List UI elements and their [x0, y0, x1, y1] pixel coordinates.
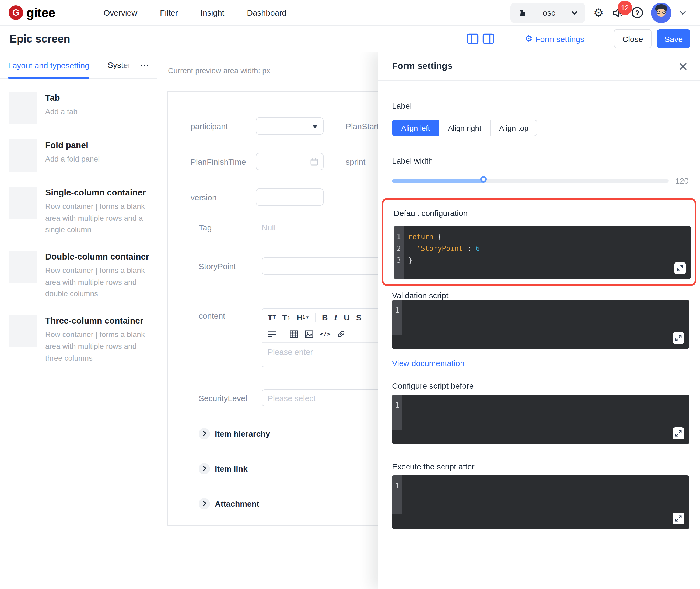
- chevron-down-icon: [571, 10, 578, 15]
- editor-code: [402, 475, 411, 529]
- editor-toolbar-row: TT T↕ H1▾ B I U S: [262, 309, 389, 326]
- label-width-row: 120: [392, 176, 689, 185]
- brand-name: gitee: [26, 5, 55, 20]
- expand-icon[interactable]: [673, 427, 684, 439]
- sidebar-tabs: Layout and typesetting System ⋯: [0, 52, 157, 78]
- panel-body: Label Align left Align right Align top L…: [378, 101, 700, 545]
- component-thumbnail: [9, 140, 37, 172]
- table-icon[interactable]: [290, 330, 298, 338]
- expand-icon[interactable]: [673, 332, 684, 344]
- building-icon: [518, 8, 527, 17]
- panel-header: Form settings: [378, 52, 700, 81]
- nav-item-insight[interactable]: Insight: [201, 8, 224, 17]
- editor-gutter: 1: [392, 395, 402, 430]
- form-settings-panel: Form settings Label Align left Align rig…: [378, 52, 700, 589]
- code-icon[interactable]: </>: [320, 331, 331, 337]
- page-title: Epic screen: [10, 33, 70, 45]
- save-button[interactable]: Save: [657, 29, 690, 48]
- component-item-single-column[interactable]: Single-column containerRow container | f…: [9, 187, 151, 236]
- top-navbar: G gitee Overview Filter Insight Dashboar…: [0, 0, 700, 26]
- announcements-button[interactable]: 12: [612, 7, 624, 19]
- select-caret-icon: [312, 125, 318, 128]
- gitee-logo[interactable]: G gitee: [9, 5, 55, 20]
- italic-icon[interactable]: I: [334, 313, 337, 322]
- default-configuration-editor[interactable]: 123return { 'StoryPoint': 6}: [394, 226, 691, 279]
- workspace: Layout and typesetting System ⋯ TabAdd a…: [0, 52, 700, 589]
- planfinishtime-date-input[interactable]: [256, 153, 324, 170]
- link-icon[interactable]: [337, 330, 345, 338]
- editor-code: return { 'StoryPoint': 6}: [404, 226, 480, 279]
- heading-icon[interactable]: H1▾: [297, 313, 309, 322]
- nav-item-overview[interactable]: Overview: [104, 8, 137, 17]
- label-width-slider[interactable]: [392, 179, 669, 182]
- label-width-value: 120: [675, 176, 689, 185]
- expand-icon[interactable]: [673, 513, 684, 525]
- calendar-icon: [310, 158, 318, 166]
- layout-toggles: [467, 33, 494, 45]
- field-label-securitylevel: SecurityLevel: [199, 393, 262, 402]
- highlighted-default-configuration: Default configuration 123return { 'Story…: [382, 198, 696, 286]
- org-selector[interactable]: osc: [510, 2, 585, 23]
- validation-script-heading: Validation script: [392, 291, 689, 300]
- form-settings-link[interactable]: ⚙ Form settings: [525, 34, 584, 43]
- image-icon[interactable]: [305, 330, 313, 338]
- slider-handle[interactable]: [480, 176, 487, 182]
- tab-system[interactable]: System: [108, 60, 134, 70]
- align-left-button[interactable]: Align left: [392, 120, 439, 136]
- close-icon[interactable]: [679, 62, 687, 70]
- panel-right-layout-icon[interactable]: [483, 33, 494, 45]
- expand-icon[interactable]: [674, 262, 686, 274]
- field-label-version: version: [191, 192, 256, 202]
- panel-left-layout-icon[interactable]: [467, 33, 479, 45]
- app-root: G gitee Overview Filter Insight Dashboar…: [0, 0, 700, 589]
- component-item-three-column[interactable]: Three-column containerRow container | fo…: [9, 315, 151, 364]
- strikethrough-icon[interactable]: S: [356, 313, 362, 322]
- main-nav: Overview Filter Insight Dashboard: [104, 8, 287, 17]
- securitylevel-select[interactable]: Please select: [262, 389, 390, 406]
- settings-gear-button[interactable]: ⚙: [593, 7, 603, 18]
- editor-gutter: 123: [394, 226, 404, 279]
- editor-toolbar-row: </>: [262, 326, 389, 343]
- label-heading: Label: [392, 101, 689, 111]
- gitee-logo-icon: G: [9, 5, 23, 20]
- align-right-button[interactable]: Align right: [439, 120, 491, 136]
- nav-item-filter[interactable]: Filter: [160, 8, 178, 17]
- editor-gutter: 1: [392, 475, 402, 514]
- content-textarea[interactable]: Please enter: [262, 343, 389, 367]
- close-button[interactable]: Close: [614, 29, 652, 48]
- align-top-button[interactable]: Align top: [490, 120, 538, 136]
- view-documentation-link[interactable]: View documentation: [392, 359, 465, 368]
- label-width-heading: Label width: [392, 156, 689, 165]
- participant-select[interactable]: [256, 118, 324, 135]
- validation-script-editor[interactable]: 1: [392, 300, 689, 349]
- field-label-tag: Tag: [199, 223, 262, 232]
- org-name: osc: [543, 8, 555, 17]
- configure-script-before-editor[interactable]: 1: [392, 395, 689, 444]
- tab-layout-and-typesetting[interactable]: Layout and typesetting: [8, 52, 90, 78]
- tag-value: Null: [262, 223, 276, 232]
- component-item-double-column[interactable]: Double-column containerRow container | f…: [9, 251, 151, 300]
- component-item-tab[interactable]: TabAdd a tab: [9, 92, 151, 124]
- component-thumbnail: [9, 251, 37, 283]
- chevron-right-icon: [199, 428, 210, 439]
- screen-toolbar: Epic screen ⚙ Form settings Close Save: [0, 26, 700, 52]
- editor-code: [402, 395, 411, 444]
- bold-icon[interactable]: B: [322, 313, 328, 322]
- configure-script-before-heading: Configure script before: [392, 381, 689, 390]
- user-menu-chevron-icon[interactable]: [680, 10, 686, 15]
- default-configuration-heading: Default configuration: [394, 208, 687, 217]
- nav-item-dashboard[interactable]: Dashboard: [247, 8, 287, 17]
- component-item-fold-panel[interactable]: Fold panelAdd a fold panel: [9, 140, 151, 172]
- execute-script-after-editor[interactable]: 1: [392, 475, 689, 529]
- version-input[interactable]: [256, 188, 324, 206]
- help-button[interactable]: ?: [632, 7, 643, 18]
- toolbar-divider: [283, 330, 283, 338]
- chevron-right-icon: [199, 463, 210, 474]
- font-style-icon[interactable]: TT: [268, 313, 276, 322]
- font-size-icon[interactable]: T↕: [283, 313, 290, 322]
- underline-icon[interactable]: U: [344, 313, 350, 322]
- align-icon[interactable]: [268, 330, 276, 338]
- avatar[interactable]: [651, 2, 672, 23]
- component-thumbnail: [9, 315, 37, 347]
- tabs-more-button[interactable]: ⋯: [140, 59, 150, 71]
